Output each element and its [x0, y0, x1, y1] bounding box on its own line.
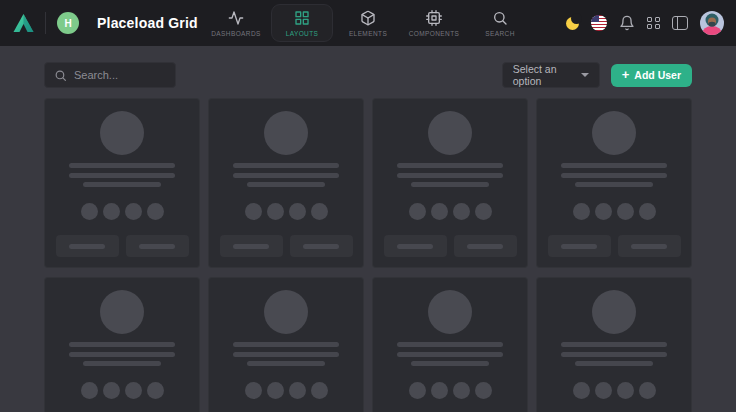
button-placeholder[interactable]: [56, 235, 119, 257]
nav-item-label: DASHBOARDS: [211, 30, 261, 37]
button-placeholder-row: [384, 235, 517, 257]
avatar-placeholder: [264, 290, 308, 334]
button-placeholder-row: [56, 235, 189, 257]
apps-grid-icon[interactable]: [647, 17, 660, 30]
toolbar: Select an option + Add User: [44, 62, 692, 88]
placeload-card: [208, 98, 364, 268]
brand: H Placeload Grid: [13, 12, 198, 34]
avatar-placeholder: [592, 111, 636, 155]
nav-item-search[interactable]: SEARCH: [469, 4, 531, 42]
app-logo-icon[interactable]: [13, 13, 34, 33]
nav-item-components[interactable]: COMPONENTS: [403, 4, 465, 42]
text-line-placeholder: [561, 173, 667, 178]
dot-placeholder: [409, 203, 426, 220]
text-line-placeholder: [561, 352, 667, 357]
avatar-placeholder: [428, 290, 472, 334]
nav-item-dashboards[interactable]: DASHBOARDS: [205, 4, 267, 42]
avatar-placeholder: [428, 111, 472, 155]
divider: [45, 12, 46, 34]
chevron-down-icon: [581, 73, 589, 77]
button-placeholder[interactable]: [384, 235, 447, 257]
short-text-line-placeholder: [247, 361, 325, 366]
nav-item-label: SEARCH: [485, 30, 515, 37]
dots-placeholder-row: [573, 382, 656, 399]
dots-placeholder-row: [245, 203, 328, 220]
button-label-placeholder: [303, 244, 339, 249]
dot-placeholder: [311, 382, 328, 399]
huro-badge[interactable]: H: [57, 12, 79, 34]
button-placeholder[interactable]: [220, 235, 283, 257]
placeload-card: [372, 98, 528, 268]
button-label-placeholder: [233, 244, 269, 249]
short-text-line-placeholder: [247, 182, 325, 187]
button-placeholder-row: [220, 235, 353, 257]
avatar-placeholder: [100, 111, 144, 155]
nav-item-label: LAYOUTS: [286, 30, 319, 37]
nav-item-layouts[interactable]: LAYOUTS: [271, 4, 333, 42]
panel-left-icon[interactable]: [672, 16, 688, 30]
nav-item-elements[interactable]: ELEMENTS: [337, 4, 399, 42]
toolbar-right: Select an option + Add User: [502, 62, 692, 88]
dot-placeholder: [125, 382, 142, 399]
dot-placeholder: [475, 382, 492, 399]
button-placeholder[interactable]: [454, 235, 517, 257]
dot-placeholder: [267, 203, 284, 220]
add-user-button[interactable]: + Add User: [611, 64, 692, 87]
text-line-placeholder: [69, 163, 175, 168]
short-text-line-placeholder: [83, 182, 161, 187]
button-placeholder-row: [548, 235, 681, 257]
text-line-placeholder: [233, 352, 339, 357]
button-placeholder[interactable]: [548, 235, 611, 257]
dot-placeholder: [409, 382, 426, 399]
avatar-placeholder: [100, 290, 144, 334]
button-placeholder[interactable]: [126, 235, 189, 257]
placeload-card: [536, 98, 692, 268]
text-line-placeholder: [561, 342, 667, 347]
main-nav: DASHBOARDS LAYOUTS ELEMENTS C: [205, 0, 531, 46]
us-flag-language-icon[interactable]: [591, 15, 607, 31]
search-input[interactable]: [74, 69, 166, 81]
dots-placeholder-row: [81, 382, 164, 399]
dots-placeholder-row: [409, 203, 492, 220]
short-text-line-placeholder: [83, 361, 161, 366]
button-label-placeholder: [139, 244, 175, 249]
dark-mode-toggle-moon-icon[interactable]: [566, 17, 579, 30]
user-avatar[interactable]: [700, 11, 724, 35]
placeload-card: [44, 98, 200, 268]
text-line-placeholder: [397, 173, 503, 178]
text-line-placeholder: [397, 342, 503, 347]
dot-placeholder: [431, 203, 448, 220]
button-label-placeholder: [631, 244, 667, 249]
bell-icon[interactable]: [619, 15, 635, 31]
nav-item-label: COMPONENTS: [409, 30, 460, 37]
dot-placeholder: [453, 382, 470, 399]
short-text-line-placeholder: [575, 361, 653, 366]
text-line-placeholder: [397, 352, 503, 357]
placeload-card: [536, 277, 692, 412]
button-placeholder[interactable]: [618, 235, 681, 257]
dot-placeholder: [617, 382, 634, 399]
dot-placeholder: [147, 382, 164, 399]
placeload-card: [208, 277, 364, 412]
select-value: Select an option: [513, 63, 581, 87]
dot-placeholder: [147, 203, 164, 220]
dot-placeholder: [595, 203, 612, 220]
text-line-placeholder: [69, 173, 175, 178]
dot-placeholder: [453, 203, 470, 220]
button-label-placeholder: [467, 244, 503, 249]
user-filter-select[interactable]: Select an option: [502, 62, 600, 88]
short-text-line-placeholder: [411, 182, 489, 187]
dots-placeholder-row: [245, 382, 328, 399]
search-icon: [54, 69, 67, 82]
button-label-placeholder: [397, 244, 433, 249]
grid-icon: [294, 10, 310, 26]
dot-placeholder: [639, 203, 656, 220]
short-text-line-placeholder: [411, 361, 489, 366]
dot-placeholder: [289, 203, 306, 220]
text-line-placeholder: [233, 173, 339, 178]
text-line-placeholder: [561, 163, 667, 168]
add-user-label: Add User: [634, 69, 681, 81]
search-icon: [492, 10, 508, 26]
placeload-card: [372, 277, 528, 412]
button-placeholder[interactable]: [290, 235, 353, 257]
